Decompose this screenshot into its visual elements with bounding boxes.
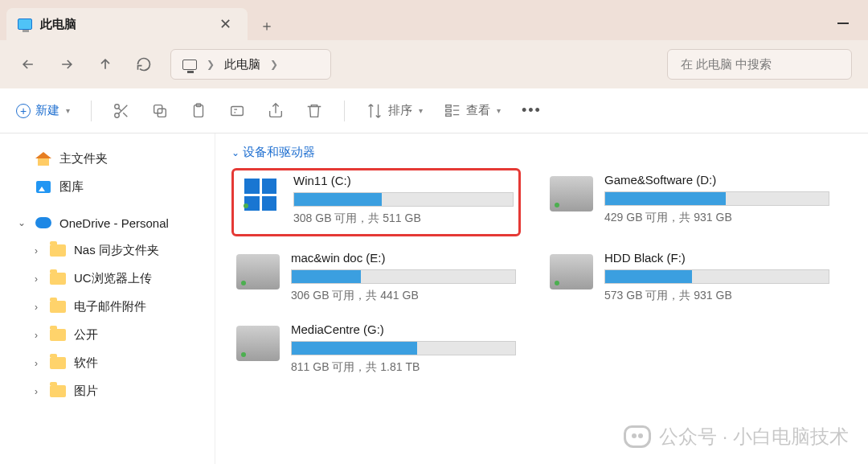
folder-icon bbox=[50, 244, 66, 258]
new-label: 新建 bbox=[35, 103, 59, 118]
this-pc-icon bbox=[18, 18, 32, 30]
window-tab[interactable]: 此电脑 ✕ bbox=[6, 8, 248, 40]
chevron-down-icon: ▾ bbox=[497, 106, 501, 115]
sidebar-item[interactable]: ›图片 bbox=[6, 377, 208, 405]
new-tab-button[interactable]: ＋ bbox=[252, 11, 281, 40]
sort-icon bbox=[366, 102, 383, 120]
storage-bar bbox=[291, 341, 516, 355]
drive-name: Win11 (C:) bbox=[293, 174, 514, 187]
sidebar-gallery[interactable]: 图库 bbox=[6, 173, 208, 201]
plus-icon: + bbox=[16, 104, 31, 118]
back-button[interactable] bbox=[16, 52, 40, 76]
storage-bar bbox=[293, 192, 514, 207]
address-bar[interactable]: ❯ 此电脑 ❯ bbox=[170, 49, 331, 80]
sidebar: 主文件夹 图库 ⌄ OneDrive - Personal ›Nas 同步文件夹… bbox=[0, 133, 215, 464]
chevron-right-icon[interactable]: › bbox=[31, 386, 42, 397]
forward-button[interactable] bbox=[55, 52, 79, 76]
chevron-down-icon: ⌄ bbox=[231, 147, 240, 158]
chevron-right-icon[interactable]: › bbox=[31, 245, 42, 257]
tab-title: 此电脑 bbox=[40, 17, 76, 32]
divider bbox=[344, 101, 345, 121]
view-icon bbox=[444, 102, 461, 120]
sidebar-label: 图片 bbox=[74, 384, 98, 399]
drive-item[interactable]: Win11 (C:)308 GB 可用，共 511 GB bbox=[231, 168, 521, 236]
chevron-down-icon[interactable]: ⌄ bbox=[16, 217, 27, 228]
refresh-button[interactable] bbox=[132, 52, 156, 76]
section-title: 设备和驱动器 bbox=[243, 145, 315, 160]
up-button[interactable] bbox=[93, 52, 117, 76]
share-icon bbox=[267, 102, 285, 120]
delete-button[interactable] bbox=[305, 102, 323, 120]
sidebar-label: 软件 bbox=[74, 355, 98, 371]
view-button[interactable]: 查看 ▾ bbox=[444, 102, 501, 120]
sidebar-home[interactable]: 主文件夹 bbox=[6, 145, 208, 173]
sidebar-item[interactable]: ›软件 bbox=[6, 349, 208, 377]
sidebar-label: OneDrive - Personal bbox=[59, 216, 169, 230]
folder-icon bbox=[50, 356, 66, 371]
rename-button[interactable] bbox=[228, 102, 246, 120]
drive-item[interactable]: MediaCentre (G:)811 GB 可用，共 1.81 TB bbox=[231, 318, 521, 380]
sidebar-label: 电子邮件附件 bbox=[74, 299, 146, 314]
trash-icon bbox=[305, 102, 323, 120]
titlebar: 此电脑 ✕ ＋ bbox=[0, 0, 868, 40]
drive-item[interactable]: Game&Software (D:)429 GB 可用，共 931 GB bbox=[545, 168, 834, 236]
storage-bar bbox=[604, 191, 829, 206]
storage-bar bbox=[604, 269, 829, 284]
minimize-button[interactable] bbox=[837, 13, 849, 27]
paste-button[interactable] bbox=[190, 102, 207, 120]
sidebar-label: 公开 bbox=[74, 327, 98, 343]
new-button[interactable]: + 新建 ▾ bbox=[16, 103, 70, 118]
search-input[interactable]: 在 此电脑 中搜索 bbox=[667, 49, 852, 80]
ellipsis-icon: ••• bbox=[522, 102, 542, 119]
drive-item[interactable]: HDD Black (F:)573 GB 可用，共 931 GB bbox=[545, 246, 834, 308]
chevron-right-icon[interactable]: › bbox=[31, 358, 42, 369]
drive-freespace: 308 GB 可用，共 511 GB bbox=[293, 211, 514, 226]
chevron-right-icon[interactable]: › bbox=[31, 273, 42, 285]
share-button[interactable] bbox=[267, 102, 285, 120]
drive-item[interactable]: mac&win doc (E:)306 GB 可用，共 441 GB bbox=[231, 246, 521, 308]
drive-icon bbox=[236, 254, 280, 289]
this-pc-icon bbox=[182, 60, 197, 70]
folder-icon bbox=[50, 384, 66, 399]
sidebar-item[interactable]: ›Nas 同步文件夹 bbox=[6, 236, 208, 265]
drive-name: mac&win doc (E:) bbox=[291, 251, 516, 265]
divider bbox=[91, 101, 92, 121]
drive-freespace: 573 GB 可用，共 931 GB bbox=[604, 289, 829, 303]
view-label: 查看 bbox=[466, 103, 490, 118]
chevron-down-icon: ▾ bbox=[66, 106, 70, 115]
home-icon bbox=[35, 152, 51, 166]
svg-rect-6 bbox=[231, 106, 244, 115]
folder-icon bbox=[50, 328, 66, 343]
main-content: ⌄ 设备和驱动器 Win11 (C:)308 GB 可用，共 511 GBGam… bbox=[215, 133, 868, 464]
sidebar-label: Nas 同步文件夹 bbox=[74, 243, 159, 258]
sidebar-item[interactable]: ›公开 bbox=[6, 321, 208, 349]
tab-close-button[interactable]: ✕ bbox=[215, 14, 236, 35]
toolbar: + 新建 ▾ 排序 ▾ 查看 ▾ ••• bbox=[0, 88, 868, 133]
sidebar-item[interactable]: ›UC浏览器上传 bbox=[6, 265, 208, 293]
more-button[interactable]: ••• bbox=[522, 102, 542, 119]
section-header[interactable]: ⌄ 设备和驱动器 bbox=[231, 145, 852, 160]
sidebar-label: UC浏览器上传 bbox=[74, 271, 152, 286]
cut-button[interactable] bbox=[113, 102, 130, 120]
navbar: ❯ 此电脑 ❯ 在 此电脑 中搜索 bbox=[0, 40, 868, 88]
sidebar-onedrive[interactable]: ⌄ OneDrive - Personal bbox=[6, 209, 208, 236]
svg-rect-9 bbox=[446, 113, 451, 116]
chevron-down-icon: ▾ bbox=[419, 106, 423, 115]
clipboard-icon bbox=[190, 102, 207, 120]
drive-freespace: 811 GB 可用，共 1.81 TB bbox=[291, 360, 516, 375]
sort-button[interactable]: 排序 ▾ bbox=[366, 102, 423, 120]
chevron-right-icon[interactable]: › bbox=[31, 302, 42, 313]
drive-icon bbox=[236, 326, 280, 361]
breadcrumb-location[interactable]: 此电脑 bbox=[224, 57, 260, 72]
search-placeholder: 在 此电脑 中搜索 bbox=[681, 57, 772, 72]
sidebar-item[interactable]: ›电子邮件附件 bbox=[6, 293, 208, 321]
drive-freespace: 429 GB 可用，共 931 GB bbox=[604, 211, 829, 225]
window-controls bbox=[837, 0, 863, 40]
svg-point-1 bbox=[115, 113, 120, 117]
drive-freespace: 306 GB 可用，共 441 GB bbox=[291, 289, 516, 303]
scissors-icon bbox=[113, 102, 130, 120]
chevron-right-icon[interactable]: › bbox=[31, 330, 42, 341]
rename-icon bbox=[228, 102, 246, 120]
copy-button[interactable] bbox=[151, 102, 169, 120]
svg-rect-8 bbox=[446, 109, 451, 112]
